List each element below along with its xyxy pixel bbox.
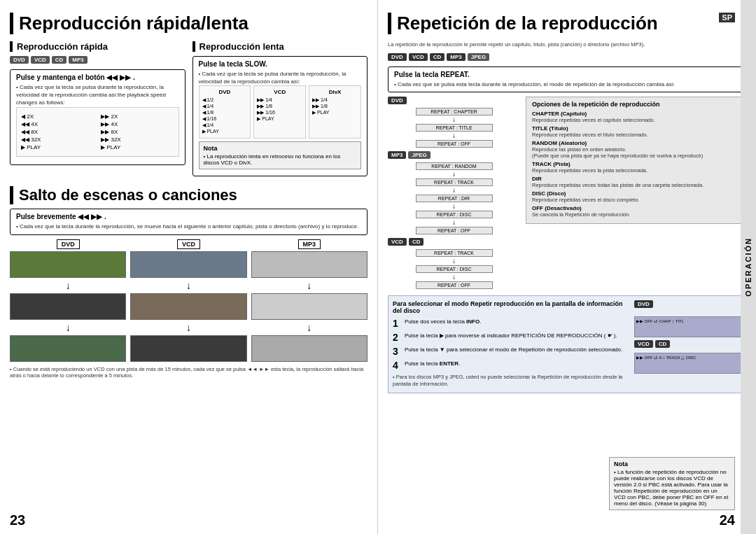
vcd-cd-small-flow: REPEAT : TRACK ↓ REPEAT : DISC ↓ REPEAT … <box>388 248 520 290</box>
slow-diagram: DVD ◀ 1/2 ◀ 1/4 ◀ 1/8 ◀ 1/16 ◀ 1/4 ▶ PLA… <box>199 85 362 139</box>
badge-mp3-r: MP3 <box>447 53 465 61</box>
page-left: Reproducción rápida/lenta Reproducción r… <box>0 0 378 534</box>
dvd-flow-section: DVD REPEAT : CHAPTER ↓ REPEAT : TITLE ↓ … <box>388 97 520 148</box>
salto-section: Salto de escenas o canciones Pulse breve… <box>10 186 368 378</box>
sp-label: SP <box>719 13 735 22</box>
badge-vcd: VCD <box>31 56 50 64</box>
step-3-text: Pulse la tecla ▼ para seleccionar el mod… <box>405 346 629 353</box>
opt-dir: DIR Reproduce repetidas veces todas las … <box>532 176 740 188</box>
step-2: 2 Pulse la tecla ▶ para moverse al indic… <box>393 332 629 343</box>
dvd-badge: DVD <box>57 239 80 249</box>
badge-dvd-r: DVD <box>388 53 407 61</box>
right-nota-area: Nota • La función de repetición de repro… <box>609 454 735 513</box>
steps-diagrams: DVD ▶▶ OFF ⭯ CHAP ↕ TITL VCD CD ▶▶ OFF ⭯… <box>634 300 741 388</box>
slow-instruction: Pulse la tecla SLOW. <box>199 60 362 68</box>
right-badges: DVD VCD CD MP3 JPEG <box>388 53 746 61</box>
salto-instruction-box: Pulse brevemente ◀◀ ▶▶ . • Cada vez que … <box>10 209 368 234</box>
operacion-label: OPERACIÓN <box>744 237 752 297</box>
dvd-flow-3: REPEAT : OFF <box>416 140 493 148</box>
cd-flow-badge: CD <box>409 238 424 246</box>
dvd-thumb-2 <box>10 293 126 320</box>
repeat-flow-area: DVD REPEAT : CHAPTER ↓ REPEAT : TITLE ↓ … <box>388 97 746 290</box>
page-number-left: 23 <box>10 512 25 528</box>
mp3-image-col: MP3 ↓ ↓ <box>251 239 368 362</box>
vcd-flow-3: REPEAT : OFF <box>416 281 493 289</box>
mp3-flow-3: REPEAT : DIR <box>416 195 493 202</box>
steps-title: Para seleccionar el modo Repetir reprodu… <box>393 300 629 314</box>
opt-disc: DISC (Disco) Reproduce repetidas veces e… <box>532 190 740 203</box>
vcd-thumb-3 <box>130 335 246 362</box>
step-4: 4 Pulse la tecla ENTER. <box>393 360 629 371</box>
dvd-image-col: DVD ↓ ↓ <box>10 239 126 362</box>
badge-cd-r: CD <box>430 53 445 61</box>
badge-jpeg-r: JPEG <box>468 53 489 61</box>
mp3-flow-1: REPEAT : RANDOM <box>416 162 493 170</box>
rapid-subtext: • Cada vez que la tecla se pulsa durante… <box>16 83 179 107</box>
dvd-thumb-3 <box>10 335 126 362</box>
rapid-diagram: ◀ 2X ◀◀ 4X ◀◀ 8X ◀◀ 32X ▶ PLAY ▶▶ 2X ▶▶ … <box>16 107 179 157</box>
mp3-flow-5: REPEAT : OFF <box>416 227 493 234</box>
nota-title: Nota <box>204 145 357 152</box>
mp3-thumb-3 <box>251 335 368 362</box>
dvd-thumb-1 <box>10 251 126 278</box>
slow-instruction-box: Pulse la tecla SLOW. • Cada vez que la t… <box>192 56 368 176</box>
vcd-flow-2: REPEAT : DISC <box>416 265 493 273</box>
vcd-cd-flow-section: VCD CD REPEAT : TRACK ↓ REPEAT : DISC ↓ … <box>388 238 520 290</box>
vcd-flow-1: REPEAT : TRACK <box>416 249 493 257</box>
step-1: 1 Pulse dos veces la tecla INFO. <box>393 318 629 329</box>
salto-images: DVD ↓ ↓ VCD ↓ ↓ MP3 ↓ ↓ <box>10 239 368 362</box>
repeat-instruction: Pulse la tecla REPEAT. <box>394 71 740 78</box>
page-number-right: 24 <box>720 512 735 528</box>
vcd-badge: VCD <box>177 239 200 249</box>
badge-dvd: DVD <box>10 56 29 64</box>
step-4-text: Pulse la tecla ENTER. <box>405 360 629 367</box>
mp3-flow-4: REPEAT : DISC <box>416 211 493 218</box>
opt-off: OFF (Desactivado) Se cancela la Repetici… <box>532 205 740 218</box>
rapid-badges: DVD VCD CD MP3 <box>10 56 186 64</box>
vcd-step-badge: VCD <box>634 340 653 348</box>
repeat-options-title: Opciones de la repetición de reproducció… <box>532 101 740 108</box>
repeat-subtext: • Cada vez que se pulsa esta tecla duran… <box>394 80 740 88</box>
flow-diagrams: DVD REPEAT : CHAPTER ↓ REPEAT : TITLE ↓ … <box>388 97 520 290</box>
vcd-cd-info-screen: ▶▶ OFF ⭯ A ↕ TRACK △ DISC <box>634 353 741 374</box>
dvd-info-screen: ▶▶ OFF ⭯ CHAP ↕ TITL <box>634 316 741 337</box>
badge-cd: CD <box>52 56 67 64</box>
dvd-small-flow: REPEAT : CHAPTER ↓ REPEAT : TITLE ↓ REPE… <box>388 107 520 148</box>
dvd-flow-badge: DVD <box>388 97 407 104</box>
vcd-flow-badge: VCD <box>388 238 407 246</box>
rapid-instruction-box: Pulse y mantenga el botón ◀◀ ▶▶ . • Cada… <box>10 69 186 165</box>
slow-subtext: • Cada vez que la tecla se pulsa durante… <box>199 70 362 85</box>
repeat-instruction-box: Pulse la tecla REPEAT. • Cada vez que se… <box>388 66 746 92</box>
steps-section: Para seleccionar el modo Repetir reprodu… <box>388 295 746 393</box>
salto-subtext: • Cada vez que la tecla durante la repro… <box>16 223 361 230</box>
rapid-title: Reproducción rápida <box>10 41 186 52</box>
step-1-text: Pulse dos veces la tecla INFO. <box>405 318 629 325</box>
right-main-title: Repetición de la reproducción <box>388 13 746 34</box>
mp3-small-flow: REPEAT : RANDOM ↓ REPEAT : TRACK ↓ REPEA… <box>388 162 520 235</box>
right-nota-title: Nota <box>614 461 730 468</box>
badge-mp3: MP3 <box>69 56 87 64</box>
nota-text: • La reproducción lenta en retroceso no … <box>204 153 357 166</box>
mp3-thumb-1 <box>251 251 368 278</box>
step-3: 3 Pulse la tecla ▼ para seleccionar el m… <box>393 346 629 357</box>
opt-chapter: CHAPTER (Capítulo) Reproduce repetidas v… <box>532 111 740 123</box>
cd-step-badge: CD <box>655 340 671 348</box>
right-subtitle: La repetición de la reproducción le perm… <box>388 41 746 49</box>
slow-section: Reproducción lenta Pulse la tecla SLOW. … <box>192 41 368 181</box>
steps-bottom-note: • Para los discos MP3 y JPEG, usted no p… <box>393 374 629 388</box>
rapid-section: Reproducción rápida DVD VCD CD MP3 Pulse… <box>10 41 186 181</box>
nota-box: Nota • La reproducción lenta en retroces… <box>199 141 362 169</box>
right-nota-box: Nota • La función de repetición de repro… <box>609 457 735 510</box>
step-2-text: Pulse la tecla ▶ para moverse al indicad… <box>405 332 629 339</box>
slow-title: Reproducción lenta <box>192 41 368 52</box>
mp3-thumb-2 <box>251 293 368 320</box>
repeat-options-area: Opciones de la repetición de reproducció… <box>526 97 746 290</box>
left-main-title: Reproducción rápida/lenta <box>10 13 368 34</box>
operacion-label-area: OPERACIÓN <box>741 0 756 534</box>
page-right: Repetición de la reproducción La repetic… <box>378 0 756 534</box>
mp3-badge: MP3 <box>298 239 321 249</box>
mp3-flow-section: MP3 JPEG REPEAT : RANDOM ↓ REPEAT : TRAC… <box>388 151 520 235</box>
opt-title: TITLE (Título) Reproduce repetidas veces… <box>532 125 740 138</box>
opt-random: RANDOM (Aleatorio) Reproduce las pistas … <box>532 140 740 159</box>
vcd-image-col: VCD ↓ ↓ <box>130 239 246 362</box>
